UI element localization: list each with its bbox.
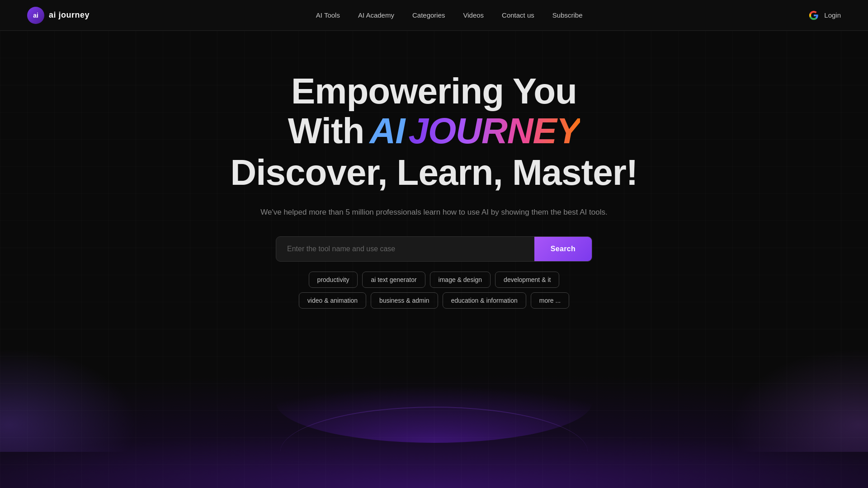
hero-content: Empowering You With AI JOURNEY Discover,… <box>0 71 868 309</box>
search-bar: Search <box>276 236 592 262</box>
nav-link-ai-tools[interactable]: AI Tools <box>316 11 340 19</box>
tags-container: productivityai text generatorimage & des… <box>276 272 592 309</box>
tag-productivity[interactable]: productivity <box>309 272 358 288</box>
nav-link-contact-us[interactable]: Contact us <box>502 11 534 19</box>
logo[interactable]: ai ai journey <box>27 7 90 24</box>
hero-section: Empowering You With AI JOURNEY Discover,… <box>0 31 868 488</box>
tag-development-it[interactable]: development & it <box>495 272 559 288</box>
nav-links: AI ToolsAI AcademyCategoriesVideosContac… <box>316 11 583 19</box>
tag-image-design[interactable]: image & design <box>430 272 491 288</box>
search-button[interactable]: Search <box>534 237 592 261</box>
search-input[interactable] <box>276 237 534 261</box>
hero-title-journey: JOURNEY <box>408 111 580 151</box>
hero-title-line3: Discover, Learn, Master! <box>0 153 868 192</box>
tag-education-information[interactable]: education & information <box>443 292 526 309</box>
hero-title-line2: With AI JOURNEY <box>0 111 868 151</box>
login-label: Login <box>824 11 841 19</box>
navbar: ai ai journey AI ToolsAI AcademyCategori… <box>0 0 868 31</box>
hero-title-ai: AI <box>369 111 405 151</box>
tag-more[interactable]: more ... <box>531 292 569 309</box>
hero-title-line1: Empowering You <box>0 71 868 111</box>
hero-title-with: With <box>288 111 364 151</box>
login-button[interactable]: Login <box>809 10 841 20</box>
tag-business-admin[interactable]: business & admin <box>371 292 438 309</box>
nav-link-videos[interactable]: Videos <box>463 11 484 19</box>
nav-link-categories[interactable]: Categories <box>412 11 445 19</box>
nav-link-subscribe[interactable]: Subscribe <box>552 11 583 19</box>
tag-video-animation[interactable]: video & animation <box>299 292 366 309</box>
logo-icon: ai <box>27 7 44 24</box>
logo-icon-text: ai <box>33 12 38 19</box>
tag-ai-text-generator[interactable]: ai text generator <box>362 272 425 288</box>
arch-decoration <box>280 407 588 488</box>
nav-link-ai-academy[interactable]: AI Academy <box>358 11 394 19</box>
glow-right <box>714 316 868 452</box>
glow-left <box>0 316 154 452</box>
google-icon <box>809 10 819 20</box>
logo-text: ai journey <box>49 10 90 20</box>
hero-subtitle: We've helped more than 5 million profess… <box>0 206 868 218</box>
